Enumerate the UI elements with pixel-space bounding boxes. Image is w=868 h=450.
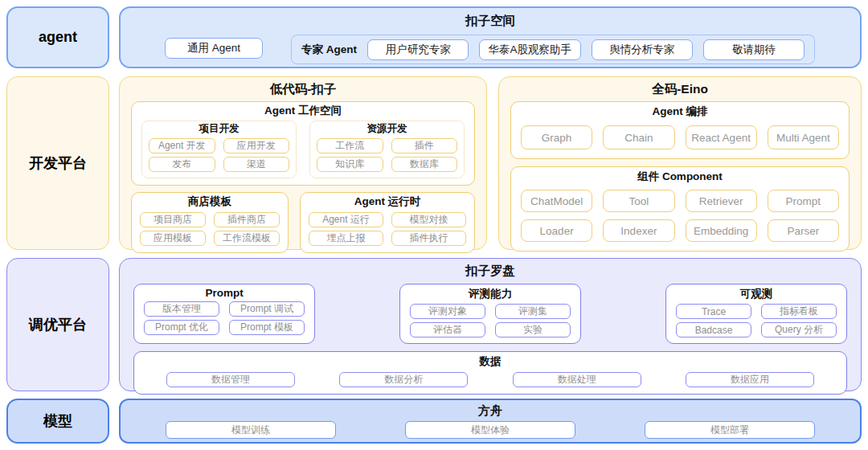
node-chip: 项目商店 — [140, 212, 206, 227]
node-chip: 数据处理 — [513, 372, 641, 387]
node-chip: 数据应用 — [686, 372, 814, 387]
layer-agent-space: 扣子空间 通用 Agent 专家 Agent 用户研究专家 华泰A股观察助手 舆… — [119, 6, 862, 68]
agent-orchestration-title: Agent 编排 — [521, 104, 839, 119]
coze-loop-title: 扣子罗盘 — [133, 263, 847, 280]
node-chip: Chain — [603, 125, 674, 149]
project-dev-group: 项目开发 Agent 开发 应用开发 发布 渠道 — [141, 121, 297, 178]
node-chip: Retriever — [686, 190, 757, 212]
layer-dev-platform: 低代码-扣子 Agent 工作空间 项目开发 Agent 开发 应用开发 发布 … — [119, 76, 862, 250]
node-chip: Trace — [676, 304, 751, 319]
node-chip: 模型对接 — [391, 212, 466, 227]
lowcode-coze-panel: 低代码-扣子 Agent 工作空间 项目开发 Agent 开发 应用开发 发布 … — [119, 76, 487, 250]
layer-tuning-platform: 扣子罗盘 Prompt 版本管理 Prompt 调试 Prompt 优化 Pro… — [119, 258, 862, 391]
node-chip: Embedding — [686, 219, 757, 242]
sidebar-label-model: 模型 — [6, 399, 109, 444]
expert-agent-node: 敬请期待 — [703, 39, 805, 60]
agent-runtime-title: Agent 运行时 — [309, 194, 466, 209]
agent-orchestration-box: Agent 编排 Graph Chain React Agent Multi A… — [510, 101, 850, 159]
node-chip: 数据库 — [391, 157, 458, 172]
lowcode-title: 低代码-扣子 — [131, 81, 475, 98]
node-chip: Prompt 优化 — [144, 320, 219, 335]
node-chip: 指标看板 — [761, 304, 837, 319]
observability-box-title: 可观测 — [676, 287, 837, 301]
component-title: 组件 Component — [521, 170, 839, 184]
node-chip: Tool — [603, 190, 674, 212]
node-chip: 模型训练 — [166, 421, 336, 439]
component-box: 组件 Component ChatModel Tool Retriever Pr… — [510, 166, 850, 252]
node-chip: 插件执行 — [391, 231, 466, 246]
expert-agent-node: 华泰A股观察助手 — [479, 39, 580, 60]
prompt-box: Prompt 版本管理 Prompt 调试 Prompt 优化 Prompt 模… — [133, 284, 315, 344]
node-chip: 模型部署 — [645, 421, 815, 439]
node-chip: 评估器 — [410, 322, 485, 338]
evaluation-box: 评测能力 评测对象 评测集 评估器 实验 — [399, 284, 581, 344]
observability-box: 可观测 Trace 指标看板 Badcase Query 分析 — [665, 284, 847, 344]
resource-dev-group: 资源开发 工作流 插件 知识库 数据库 — [309, 121, 465, 178]
agent-workspace-box: Agent 工作空间 项目开发 Agent 开发 应用开发 发布 渠道 资源开发 — [131, 101, 475, 186]
node-chip: Prompt 调试 — [229, 301, 305, 317]
evaluation-box-title: 评测能力 — [410, 287, 571, 301]
node-chip: Badcase — [676, 322, 751, 338]
sidebar-label-dev-platform: 开发平台 — [6, 76, 109, 250]
node-chip: 工作流 — [317, 138, 383, 153]
node-chip: 数据分析 — [339, 372, 468, 387]
fullcode-title: 全码-Eino — [510, 81, 850, 98]
node-chip: 版本管理 — [144, 301, 219, 317]
agent-workspace-title: Agent 工作空间 — [141, 104, 465, 118]
fullcode-eino-panel: 全码-Eino Agent 编排 Graph Chain React Agent… — [498, 76, 862, 250]
expert-agent-node: 舆情分析专家 — [592, 39, 693, 60]
node-chip: Agent 开发 — [149, 138, 215, 153]
resource-dev-title: 资源开发 — [317, 122, 457, 136]
ark-title: 方舟 — [166, 403, 815, 419]
node-chip: 应用开发 — [223, 138, 290, 153]
node-chip: Prompt — [768, 190, 839, 212]
node-chip: 应用模板 — [140, 231, 206, 246]
node-chip: 工作流模板 — [214, 231, 280, 246]
node-chip: React Agent — [686, 125, 757, 149]
node-chip: 评测对象 — [410, 304, 485, 319]
node-chip: 知识库 — [317, 157, 383, 172]
sidebar-label-agent: agent — [6, 6, 109, 68]
node-chip: 数据管理 — [166, 372, 295, 387]
project-dev-title: 项目开发 — [149, 122, 289, 136]
node-chip: 评测集 — [495, 304, 571, 319]
data-box: 数据 数据管理 数据分析 数据处理 数据应用 — [133, 351, 847, 395]
store-template-box: 商店模板 项目商店 插件商店 应用模板 工作流模板 — [131, 192, 289, 253]
node-chip: Multi Agent — [768, 125, 839, 149]
expert-agent-node: 用户研究专家 — [367, 39, 469, 60]
expert-agent-label: 专家 Agent — [301, 43, 357, 57]
node-chip: Prompt 模板 — [229, 320, 305, 335]
node-chip: 发布 — [149, 157, 215, 172]
node-chip: Loader — [521, 219, 592, 242]
node-chip: 渠道 — [223, 157, 290, 172]
architecture-diagram: agent 开发平台 调优平台 模型 扣子空间 通用 Agent 专家 Agen… — [0, 0, 868, 450]
node-chip: Agent 运行 — [309, 212, 383, 227]
node-chip: Parser — [768, 219, 839, 242]
general-agent-node: 通用 Agent — [165, 38, 263, 59]
node-chip: Indexer — [603, 219, 674, 242]
layer-model-ark: 方舟 模型训练 模型体验 模型部署 — [119, 399, 862, 444]
node-chip: 埋点上报 — [309, 231, 383, 246]
agent-runtime-box: Agent 运行时 Agent 运行 模型对接 埋点上报 插件执行 — [300, 192, 475, 253]
expert-agent-group: 专家 Agent 用户研究专家 华泰A股观察助手 舆情分析专家 敬请期待 — [291, 35, 815, 64]
sidebar-label-tuning-platform: 调优平台 — [6, 258, 109, 391]
data-box-title: 数据 — [166, 354, 814, 369]
node-chip: 插件 — [391, 138, 458, 153]
node-chip: 插件商店 — [214, 212, 280, 227]
prompt-box-title: Prompt — [144, 287, 305, 299]
store-template-title: 商店模板 — [140, 194, 280, 209]
node-chip: 模型体验 — [405, 421, 575, 439]
node-chip: ChatModel — [521, 190, 592, 212]
agent-space-title: 扣子空间 — [121, 13, 860, 30]
node-chip: Query 分析 — [761, 322, 837, 338]
node-chip: Graph — [521, 125, 592, 149]
node-chip: 实验 — [495, 322, 571, 338]
